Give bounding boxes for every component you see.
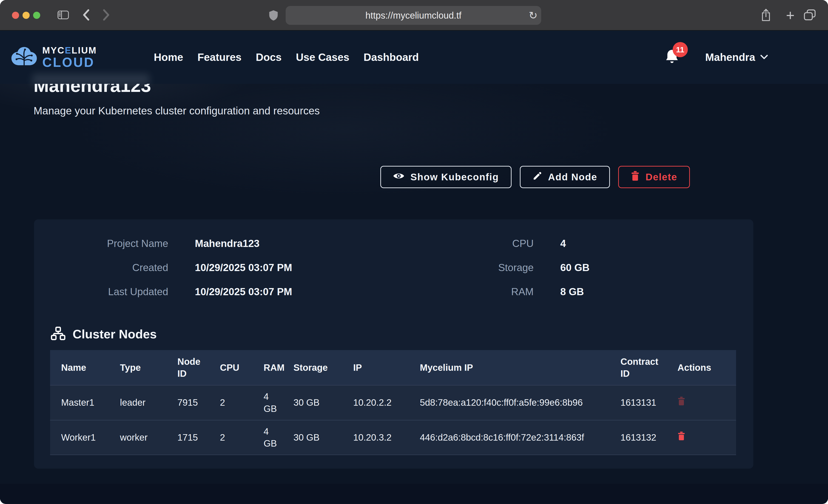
table-row: Master1 leader 7915 2 4 GB 30 GB 10.20.2… bbox=[50, 385, 736, 420]
chevron-down-icon bbox=[760, 54, 768, 60]
chevron-left-icon bbox=[82, 9, 90, 22]
detail-value: 4 bbox=[560, 238, 566, 249]
cell-cpu: 2 bbox=[214, 385, 258, 420]
nav-links: Home Features Docs Use Cases Dashboard bbox=[154, 51, 419, 64]
column-header-type: Type bbox=[115, 350, 172, 385]
detail-label: Created bbox=[49, 262, 168, 274]
detail-row: Last Updated 10/29/2025 03:07 PM bbox=[49, 280, 407, 304]
column-header-name: Name bbox=[50, 350, 115, 385]
detail-value: 10/29/2025 03:07 PM bbox=[195, 286, 292, 297]
detail-value: 8 GB bbox=[560, 286, 584, 297]
column-header-actions: Actions bbox=[672, 350, 736, 385]
cell-ip: 10.20.2.2 bbox=[348, 385, 414, 420]
nav-link-features[interactable]: Features bbox=[197, 51, 242, 64]
new-tab-button[interactable]: + bbox=[782, 0, 798, 31]
cluster-nodes-heading: Cluster Nodes bbox=[50, 327, 753, 341]
cluster-details-card: Project Name Mahendra123 Created 10/29/2… bbox=[34, 219, 753, 469]
tab-overview-button[interactable] bbox=[801, 0, 819, 31]
cloud-logo-icon bbox=[10, 46, 38, 69]
back-button[interactable] bbox=[79, 0, 93, 31]
pencil-icon bbox=[533, 171, 542, 183]
refresh-icon[interactable]: ↻ bbox=[529, 6, 538, 25]
cell-mycelium-ip: 5d8:78ea:a120:f40c:ff0f:a5fe:99e6:8b96 bbox=[414, 385, 615, 420]
browser-chrome: https://myceliumcloud.tf ↻ + bbox=[0, 0, 828, 31]
detail-value: 60 GB bbox=[560, 262, 589, 274]
close-window-button[interactable] bbox=[12, 12, 19, 19]
user-name: Mahendra bbox=[705, 51, 755, 64]
cell-actions bbox=[672, 385, 736, 420]
delete-cluster-button[interactable]: Delete bbox=[618, 166, 690, 188]
add-node-label: Add Node bbox=[548, 172, 597, 183]
column-header-contract-id: Contract ID bbox=[615, 350, 672, 385]
nav-link-home[interactable]: Home bbox=[154, 51, 183, 64]
cell-contract-id: 1613131 bbox=[615, 385, 672, 420]
plus-icon: + bbox=[786, 7, 794, 24]
eye-icon bbox=[393, 172, 405, 183]
cell-node-id: 7915 bbox=[172, 385, 214, 420]
cell-name: Master1 bbox=[50, 385, 115, 420]
row-delete-button[interactable] bbox=[677, 396, 685, 406]
detail-label: Storage bbox=[407, 262, 534, 274]
share-button[interactable] bbox=[758, 0, 774, 31]
table-header-row: Name Type Node ID CPU RAM Storage IP Myc… bbox=[50, 350, 736, 385]
column-header-ip: IP bbox=[348, 350, 414, 385]
detail-label: Project Name bbox=[49, 238, 168, 249]
detail-label: CPU bbox=[407, 238, 534, 249]
brand-text: MYCELIUM CLOUD bbox=[42, 46, 97, 69]
nav-link-docs[interactable]: Docs bbox=[256, 51, 282, 64]
column-header-storage: Storage bbox=[288, 350, 348, 385]
nav-link-dashboard[interactable]: Dashboard bbox=[364, 51, 419, 64]
detail-row: Created 10/29/2025 03:07 PM bbox=[49, 255, 407, 280]
user-menu[interactable]: Mahendra bbox=[705, 51, 768, 64]
detail-row: Project Name Mahendra123 bbox=[49, 231, 407, 255]
detail-row: CPU 4 bbox=[407, 231, 753, 255]
cluster-nodes-title: Cluster Nodes bbox=[73, 327, 157, 341]
detail-label: RAM bbox=[407, 286, 534, 297]
browser-window: https://myceliumcloud.tf ↻ + bbox=[0, 0, 828, 504]
detail-row: RAM 8 GB bbox=[407, 280, 753, 304]
brand-line2: CLOUD bbox=[42, 56, 97, 69]
footer-strip bbox=[0, 484, 828, 504]
cell-type: worker bbox=[115, 420, 172, 455]
url-text: https://myceliumcloud.tf bbox=[365, 10, 461, 21]
add-node-button[interactable]: Add Node bbox=[520, 166, 610, 188]
network-icon bbox=[50, 327, 66, 341]
zoom-window-button[interactable] bbox=[33, 12, 40, 19]
privacy-shield-icon[interactable] bbox=[266, 0, 280, 31]
delete-label: Delete bbox=[646, 172, 677, 183]
page-subtitle: Manage your Kubernetes cluster configura… bbox=[34, 104, 320, 117]
detail-value: 10/29/2025 03:07 PM bbox=[195, 262, 292, 274]
share-icon bbox=[761, 8, 771, 22]
nodes-table: Name Type Node ID CPU RAM Storage IP Myc… bbox=[50, 350, 736, 455]
detail-row: Storage 60 GB bbox=[407, 255, 753, 280]
details-grid: Project Name Mahendra123 Created 10/29/2… bbox=[34, 219, 753, 304]
cell-ram: 4 GB bbox=[258, 385, 288, 420]
show-kubeconfig-label: Show Kubeconfig bbox=[410, 172, 499, 183]
brand-line1: MYCELIUM bbox=[42, 46, 97, 55]
forward-button[interactable] bbox=[99, 0, 113, 31]
show-kubeconfig-button[interactable]: Show Kubeconfig bbox=[380, 166, 511, 188]
column-header-cpu: CPU bbox=[214, 350, 258, 385]
cell-type: leader bbox=[115, 385, 172, 420]
sidebar-toggle-button[interactable] bbox=[55, 0, 71, 31]
notification-badge: 11 bbox=[673, 42, 688, 57]
minimize-window-button[interactable] bbox=[23, 12, 30, 19]
cell-ram: 4 GB bbox=[258, 420, 288, 455]
cell-ip: 10.20.3.2 bbox=[348, 420, 414, 455]
trash-icon bbox=[677, 438, 685, 441]
site-viewport: Mahendra123 Manage your Kubernetes clust… bbox=[0, 31, 828, 504]
row-delete-button[interactable] bbox=[677, 431, 685, 441]
details-right-column: CPU 4 Storage 60 GB RAM 8 GB bbox=[407, 231, 753, 304]
details-left-column: Project Name Mahendra123 Created 10/29/2… bbox=[49, 231, 407, 304]
brand-logo[interactable]: MYCELIUM CLOUD bbox=[10, 46, 97, 69]
trash-icon bbox=[677, 403, 685, 406]
notification-bell[interactable]: 11 bbox=[665, 49, 679, 66]
column-header-ram: RAM bbox=[258, 350, 288, 385]
url-bar[interactable]: https://myceliumcloud.tf ↻ bbox=[286, 6, 541, 25]
page-background: Mahendra123 Manage your Kubernetes clust… bbox=[0, 31, 828, 504]
column-header-node-id: Node ID bbox=[172, 350, 214, 385]
nav-link-use-cases[interactable]: Use Cases bbox=[296, 51, 349, 64]
trash-icon bbox=[631, 171, 639, 183]
cell-name: Worker1 bbox=[50, 420, 115, 455]
cell-storage: 30 GB bbox=[288, 420, 348, 455]
